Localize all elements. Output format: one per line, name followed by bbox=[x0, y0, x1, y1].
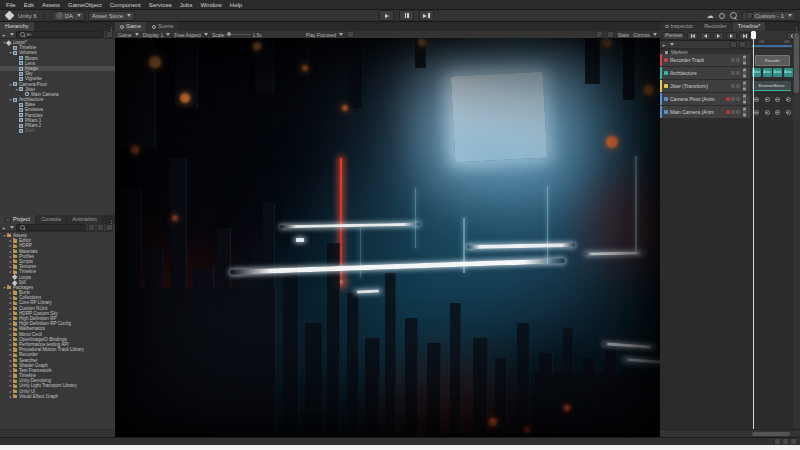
search-icon[interactable] bbox=[730, 12, 737, 19]
play-focused-dropdown[interactable]: Play Focused bbox=[306, 32, 343, 38]
next-frame-button[interactable] bbox=[726, 32, 737, 40]
cache-server-icon[interactable] bbox=[775, 439, 780, 444]
keyframe-icon[interactable] bbox=[765, 110, 770, 115]
track-recorder-track[interactable]: Recorder Track bbox=[660, 54, 750, 66]
track-menu-icon[interactable] bbox=[741, 110, 748, 114]
menu-item-services[interactable]: Services bbox=[145, 0, 176, 10]
game-mode-dropdown[interactable]: Game bbox=[118, 32, 139, 38]
cloud-icon[interactable]: ☁ bbox=[707, 12, 714, 20]
mute-icon[interactable] bbox=[731, 84, 735, 88]
mute-audio-button[interactable] bbox=[596, 31, 603, 38]
control-clip[interactable]: BrownianMotion bbox=[752, 81, 791, 91]
tab-hierarchy[interactable]: Hierarchy bbox=[0, 22, 34, 31]
account-menu[interactable]: DA bbox=[52, 11, 85, 21]
progress-icon[interactable] bbox=[791, 439, 796, 444]
activation-clip[interactable]: Active bbox=[763, 68, 772, 77]
mute-icon[interactable] bbox=[731, 110, 735, 114]
lane-main-camera-anim[interactable] bbox=[750, 106, 793, 118]
hierarchy-search-input[interactable]: All bbox=[16, 31, 104, 38]
prev-frame-button[interactable] bbox=[700, 32, 711, 40]
play-button[interactable] bbox=[379, 10, 394, 21]
aspect-dropdown[interactable]: Free Aspect bbox=[174, 32, 208, 38]
keyframe-icon[interactable] bbox=[775, 97, 780, 102]
hidden-packages-button[interactable] bbox=[97, 224, 104, 231]
tab-timeline[interactable]: Timeline* bbox=[733, 22, 766, 31]
activation-clip[interactable]: Active bbox=[773, 68, 782, 77]
timeline-vscrollbar[interactable] bbox=[793, 31, 800, 429]
track-menu-icon[interactable] bbox=[741, 97, 748, 101]
record-icon[interactable] bbox=[726, 110, 730, 114]
lane-camera-pivot-anim[interactable] bbox=[750, 93, 793, 105]
game-viewport[interactable] bbox=[115, 38, 660, 437]
mute-icon[interactable] bbox=[731, 71, 735, 75]
tab-console[interactable]: Console bbox=[36, 215, 66, 224]
scene-visibility-button[interactable] bbox=[106, 31, 113, 38]
track-camera-pivot-anim[interactable]: Camera Pivot (Anim bbox=[660, 93, 750, 105]
keyframe-icon[interactable] bbox=[786, 97, 791, 102]
lock-icon[interactable] bbox=[736, 110, 740, 114]
playhead-handle[interactable] bbox=[751, 31, 756, 39]
tab-project[interactable]: Project bbox=[0, 215, 35, 224]
menu-item-edit[interactable]: Edit bbox=[20, 0, 38, 10]
lane-recorder-track[interactable]: Recorder bbox=[750, 54, 793, 66]
menu-item-help[interactable]: Help bbox=[226, 0, 246, 10]
keyframe-icon[interactable] bbox=[754, 110, 759, 115]
clip-view-button[interactable] bbox=[739, 41, 746, 48]
tab-scene[interactable]: Scene bbox=[147, 22, 179, 31]
activation-clip[interactable]: Active bbox=[784, 68, 793, 77]
menu-item-window[interactable]: Window bbox=[196, 0, 225, 10]
project-item-visual-effect-graph[interactable]: ▸Visual Effect Graph bbox=[0, 394, 115, 399]
tab-game[interactable]: Game bbox=[115, 22, 146, 31]
hierarchy-item-dark[interactable]: Dark bbox=[0, 128, 115, 133]
goto-start-button[interactable] bbox=[687, 32, 698, 40]
keyframe-icon[interactable] bbox=[754, 97, 759, 102]
gizmos-dropdown[interactable]: Gizmos bbox=[633, 32, 657, 38]
layout-dropdown[interactable]: Custom - 1 bbox=[742, 11, 796, 21]
lock-icon[interactable] bbox=[736, 97, 740, 101]
add-track-button[interactable]: + bbox=[662, 42, 666, 48]
track-menu-icon[interactable] bbox=[741, 84, 748, 88]
mute-icon[interactable] bbox=[731, 58, 735, 62]
keyframe-icon[interactable] bbox=[786, 110, 791, 115]
menu-item-gameobject[interactable]: GameObject bbox=[64, 0, 106, 10]
tab-inspector[interactable]: Inspector bbox=[660, 22, 698, 31]
timeline-hscrollbar[interactable] bbox=[660, 429, 800, 437]
menu-item-jobs[interactable]: Jobs bbox=[176, 0, 197, 10]
vsync-button[interactable] bbox=[607, 31, 614, 38]
menu-item-assets[interactable]: Assets bbox=[38, 0, 64, 10]
track-jitter-transform[interactable]: Jitter (Transform) bbox=[660, 80, 750, 92]
preview-toggle[interactable]: Preview bbox=[662, 32, 685, 40]
lane-jitter-transform[interactable]: BrownianMotion bbox=[750, 80, 793, 92]
track-menu-icon[interactable] bbox=[741, 71, 748, 75]
curves-view-button[interactable] bbox=[730, 41, 737, 48]
step-button[interactable] bbox=[419, 10, 434, 21]
timeline-range-bar[interactable] bbox=[752, 45, 792, 47]
scale-slider[interactable] bbox=[225, 34, 251, 36]
create-asset-button[interactable]: + bbox=[2, 225, 6, 231]
display-dropdown[interactable]: Display 1 bbox=[143, 32, 171, 38]
info-button[interactable] bbox=[106, 224, 113, 231]
recorder-clip[interactable]: Recorder bbox=[755, 55, 790, 66]
menu-item-file[interactable]: File bbox=[2, 0, 20, 10]
keyframe-icon[interactable] bbox=[775, 110, 780, 115]
goto-end-button[interactable] bbox=[739, 32, 750, 40]
track-main-camera-anim[interactable]: Main Camera (Anim bbox=[660, 106, 750, 118]
mute-icon[interactable] bbox=[731, 97, 735, 101]
console-activity-icon[interactable] bbox=[783, 439, 788, 444]
tab-recorder[interactable]: Recorder bbox=[699, 22, 732, 31]
lock-icon[interactable] bbox=[736, 58, 740, 62]
track-architecture[interactable]: Architecture bbox=[660, 67, 750, 79]
tab-animation[interactable]: Animation bbox=[67, 215, 101, 224]
scrollbar-thumb[interactable] bbox=[794, 33, 799, 93]
timeline-ruler[interactable]: 240 480 bbox=[750, 40, 793, 47]
scrollbar-thumb[interactable] bbox=[752, 432, 790, 436]
project-search-input[interactable] bbox=[16, 224, 86, 231]
favorites-button[interactable] bbox=[88, 224, 95, 231]
keyframe-icon[interactable] bbox=[765, 97, 770, 102]
lane-architecture[interactable]: ActiveActiveActiveActive bbox=[750, 67, 793, 79]
add-object-button[interactable]: + bbox=[2, 32, 6, 38]
record-icon[interactable] bbox=[726, 97, 730, 101]
screenshot-icon[interactable] bbox=[347, 31, 354, 38]
stats-button[interactable]: Stats bbox=[618, 32, 629, 38]
asset-store-menu[interactable]: Asset Store bbox=[88, 11, 135, 21]
